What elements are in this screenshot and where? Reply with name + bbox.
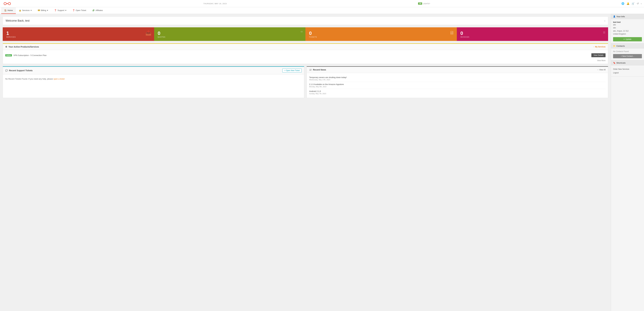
nav-support[interactable]: ❓ Support ▾ bbox=[51, 7, 70, 14]
active-badge: Active bbox=[5, 54, 12, 57]
nav-services-label: Services bbox=[22, 9, 30, 12]
open-ticket-button[interactable]: + Open New Ticket bbox=[282, 69, 302, 73]
no-tickets-text: No Recent Tickets Found. If you need any… bbox=[5, 77, 302, 81]
shortcut-order-services[interactable]: Order New Services bbox=[613, 67, 642, 71]
chevron-icon: › bbox=[641, 2, 642, 5]
quotes-label: QUOTES bbox=[158, 36, 302, 38]
shortcuts-list: Order New Services Logout bbox=[613, 67, 642, 75]
user-icon: 👤 bbox=[613, 16, 616, 18]
card-icon: 💳 bbox=[38, 9, 40, 12]
open-ticket-link[interactable]: open a ticket bbox=[54, 78, 64, 80]
stat-card-invoices[interactable]: ≡ 0 INVOICES bbox=[457, 27, 608, 41]
translate-icon[interactable]: 🌐 bbox=[622, 2, 624, 5]
lights-label: LIGHTS? bbox=[423, 3, 430, 5]
bookmark-icon: 🔖 bbox=[613, 62, 616, 64]
logo[interactable] bbox=[2, 1, 12, 6]
tickets-card-icon: 🖥 bbox=[449, 30, 454, 36]
my-services-link[interactable]: → My Services bbox=[593, 46, 606, 48]
topbar-date: THURSDAY, MAY 18, 2023 bbox=[204, 3, 227, 5]
sidebar: 👤 Your Info test test abc abc abc, Angus… bbox=[611, 14, 644, 311]
cart-icon[interactable]: 🛒 bbox=[632, 2, 635, 5]
chevron-down-icon3: ▾ bbox=[65, 9, 66, 12]
stat-card-services[interactable]: 📥 1 SERVICES bbox=[3, 27, 154, 41]
affiliates-icon: 💸 bbox=[92, 9, 94, 12]
news-item-0-title: Temporary severs are shutting down today… bbox=[309, 76, 606, 79]
stat-card-quotes[interactable]: " 0 QUOTES bbox=[154, 27, 306, 41]
nav-support-label: Support bbox=[58, 9, 64, 12]
welcome-arrow[interactable]: › bbox=[604, 20, 605, 22]
recent-news-panel: 📰 Recent News → View All Temporary sever… bbox=[306, 66, 608, 98]
view-more: View More bbox=[5, 59, 606, 62]
topbar: THURSDAY, MAY 18, 2023 ON LIGHTS? 🌐 🔔 🛒 … bbox=[0, 0, 644, 7]
sidebar-contacts: 📁 Contacts No Contacts Found + New Conta… bbox=[611, 43, 644, 60]
new-contact-button[interactable]: + New Contact... bbox=[613, 54, 642, 58]
sidebar-shortcuts: 🔖 Shortcuts Order New Services Logout bbox=[611, 60, 644, 77]
quotes-count: 0 bbox=[158, 31, 302, 36]
newspaper-icon: 📰 bbox=[309, 69, 312, 71]
news-title: 📰 Recent News bbox=[309, 69, 326, 71]
undo-icon[interactable]: ↺ bbox=[637, 2, 639, 5]
lock-icon: 🔒 bbox=[19, 9, 21, 12]
product-row: Active VPN Subscription - 5 Connection P… bbox=[5, 52, 606, 59]
news-body: Temporary severs are shutting down today… bbox=[307, 73, 608, 98]
nav-affiliates-label: Affiliates bbox=[96, 9, 103, 12]
sidebar-your-info: 👤 Your Info test test abc abc abc, Angus… bbox=[611, 14, 644, 43]
support-tickets-panel: 💬 Recent Support Tickets + Open New Tick… bbox=[3, 66, 304, 98]
news-item-0[interactable]: Temporary severs are shutting down today… bbox=[309, 75, 606, 82]
news-item-1[interactable]: 2.1.0 Available on the Amazon Appstore M… bbox=[309, 82, 606, 89]
nav-affiliates[interactable]: 💸 Affiliates bbox=[89, 7, 106, 14]
news-item-2-date: Sunday, May 7th, 2023 bbox=[309, 93, 606, 95]
sidebar-user-name: test test bbox=[613, 21, 642, 23]
sidebar-user-line1: abc bbox=[613, 23, 642, 26]
question-icon: ❓ bbox=[54, 9, 56, 12]
view-details-button[interactable]: View Details bbox=[591, 53, 606, 57]
product-name: VPN Subscription - 5 Connection Plan bbox=[14, 54, 46, 57]
ticket-icon: ❓ bbox=[72, 9, 75, 12]
quotes-card-icon: " bbox=[301, 30, 303, 37]
gear-icon: ⚙ bbox=[5, 46, 7, 48]
services-count: 1 bbox=[6, 31, 151, 36]
view-all-link[interactable]: → View All bbox=[597, 69, 606, 71]
news-item-1-title: 2.1.0 Available on the Amazon Appstore bbox=[309, 83, 606, 86]
stat-cards: 📥 1 SERVICES " 0 QUOTES 🖥 0 TICKETS ≡ 0 … bbox=[3, 27, 608, 41]
view-more-link[interactable]: View More bbox=[597, 60, 606, 62]
sidebar-your-info-body: test test abc abc abc, Angus, 12 312 Uni… bbox=[611, 19, 644, 43]
welcome-header: Welcome Back, test › bbox=[3, 17, 608, 25]
sidebar-shortcuts-header: 🔖 Shortcuts bbox=[611, 60, 644, 66]
update-button[interactable]: ✏ Update bbox=[613, 37, 642, 41]
chevron-down-icon2: ▾ bbox=[47, 9, 48, 12]
news-item-0-date: Wednesday, May 17th, 2023 bbox=[309, 79, 606, 81]
nav-home[interactable]: 🏠 Home bbox=[1, 7, 16, 14]
active-products-header: ⚙ Your Active Products/Services → My Ser… bbox=[3, 44, 608, 50]
news-item-2[interactable]: Android 2.1.0 Sunday, May 7th, 2023 bbox=[309, 89, 606, 96]
bell-icon[interactable]: 🔔 bbox=[626, 2, 630, 5]
chat-icon: 💬 bbox=[5, 69, 8, 72]
news-item-1-date: Monday, May 8th, 2023 bbox=[309, 86, 606, 88]
lights-on-badge[interactable]: ON bbox=[418, 3, 422, 5]
navbar: 🏠 Home 🔒 Services ▾ 💳 Billing ▾ ❓ Suppor… bbox=[0, 7, 644, 14]
active-products-body: Active VPN Subscription - 5 Connection P… bbox=[3, 50, 608, 64]
home-icon: 🏠 bbox=[4, 9, 7, 12]
news-item-2-title: Android 2.1.0 bbox=[309, 90, 606, 92]
support-header: 💬 Recent Support Tickets + Open New Tick… bbox=[3, 67, 304, 74]
nav-billing[interactable]: 💳 Billing ▾ bbox=[35, 7, 51, 14]
two-col-section: 💬 Recent Support Tickets + Open New Tick… bbox=[3, 66, 608, 100]
tickets-count: 0 bbox=[309, 31, 454, 36]
sidebar-shortcuts-body: Order New Services Logout bbox=[611, 66, 644, 76]
nav-open-ticket[interactable]: ❓ Open Ticket bbox=[70, 7, 89, 14]
nav-home-label: Home bbox=[8, 9, 13, 12]
chevron-down-icon: ▾ bbox=[30, 9, 32, 12]
stat-card-tickets[interactable]: 🖥 0 TICKETS bbox=[306, 27, 457, 41]
active-products-panel: ⚙ Your Active Products/Services → My Ser… bbox=[3, 43, 608, 64]
welcome-title: Welcome Back, test bbox=[6, 19, 30, 22]
topbar-lights: ON LIGHTS? bbox=[418, 3, 430, 5]
sidebar-user-line4: United Kingdom bbox=[613, 33, 642, 36]
content-area: Welcome Back, test › 📥 1 SERVICES " 0 QU… bbox=[0, 14, 611, 311]
tickets-label: TICKETS bbox=[309, 36, 454, 38]
folder-icon: 📁 bbox=[613, 45, 616, 47]
services-label: SERVICES bbox=[6, 36, 151, 38]
no-contacts-text: No Contacts Found bbox=[613, 51, 642, 53]
shortcut-logout[interactable]: Logout bbox=[613, 71, 642, 75]
product-row-left: Active VPN Subscription - 5 Connection P… bbox=[5, 54, 46, 57]
nav-services[interactable]: 🔒 Services ▾ bbox=[16, 7, 35, 14]
